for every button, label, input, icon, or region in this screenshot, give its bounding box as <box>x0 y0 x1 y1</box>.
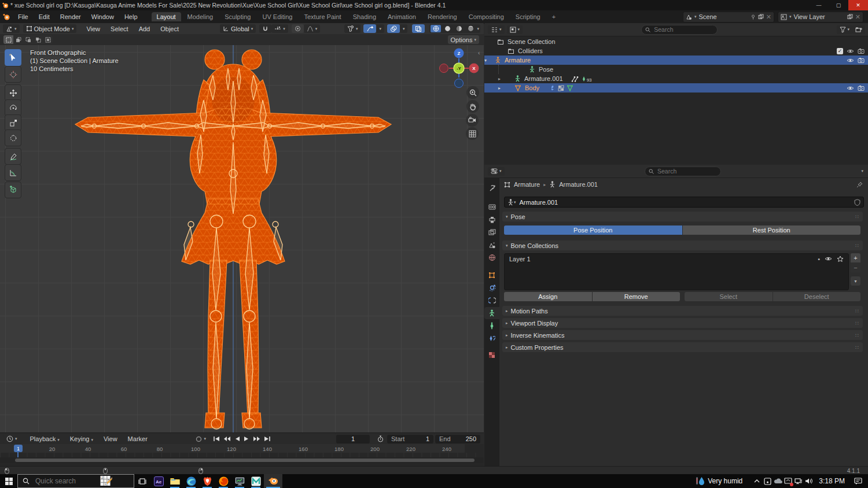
tab-output[interactable] <box>484 213 499 225</box>
blender-menu-icon[interactable] <box>0 13 13 21</box>
menu-render[interactable]: Render <box>55 13 86 20</box>
add-bone-collection-button[interactable]: + <box>851 253 860 263</box>
camera-view-icon[interactable] <box>466 114 479 127</box>
tool-annotate[interactable] <box>5 148 21 165</box>
new-collection-button[interactable] <box>852 25 865 34</box>
bone-collections-panel-header[interactable]: ▾ Bone Collections ∷ <box>502 241 863 250</box>
shading-dropdown[interactable]: ▾ <box>477 27 479 31</box>
viewport-menu-object[interactable]: Object <box>155 25 184 32</box>
outliner-row-colliders[interactable]: Colliders ✓ <box>484 46 868 56</box>
end-frame-field[interactable]: End250 <box>435 435 480 443</box>
shading-material-button[interactable] <box>454 25 464 32</box>
bone-collection-row[interactable]: Layer 1 • <box>505 254 848 264</box>
outliner-display-mode[interactable]: ▾ <box>507 25 523 34</box>
tab-bone-constraints[interactable] <box>484 332 499 345</box>
taskbar-app-after-effects[interactable]: Ae <box>150 474 167 488</box>
auto-key-dropdown[interactable]: ▾ <box>204 437 206 441</box>
menu-file[interactable]: File <box>13 13 34 20</box>
workspace-tab-sculpting[interactable]: Sculpting <box>219 12 256 21</box>
add-workspace-button[interactable]: + <box>547 12 561 21</box>
fake-user-shield-icon[interactable] <box>854 199 860 206</box>
network-icon[interactable] <box>793 476 804 486</box>
copy-icon[interactable] <box>758 14 764 20</box>
outliner-row-scene-collection[interactable]: Scene Collection <box>484 37 868 46</box>
tool-measure[interactable] <box>5 164 21 181</box>
exclude-checkbox[interactable]: ✓ <box>837 48 843 54</box>
overlays-toggle[interactable] <box>387 24 400 33</box>
play-reverse-button[interactable] <box>234 436 240 442</box>
tab-texture[interactable] <box>484 349 499 361</box>
use-preview-range-icon[interactable] <box>376 435 385 442</box>
tool-transform[interactable] <box>5 130 21 146</box>
timeline-menu-view[interactable]: View <box>98 435 123 442</box>
outliner-search[interactable] <box>641 25 718 35</box>
mode-selector[interactable]: Object Mode ▾ <box>23 24 77 33</box>
unlink-icon[interactable]: ✕ <box>766 13 771 21</box>
copy-icon[interactable] <box>847 14 853 20</box>
properties-search[interactable] <box>645 167 721 176</box>
tab-object[interactable] <box>484 269 499 281</box>
hide-eye-icon[interactable] <box>847 48 854 54</box>
snap-toggle[interactable] <box>259 24 271 33</box>
tab-tool[interactable] <box>484 182 499 194</box>
screen-share-icon[interactable] <box>783 476 793 486</box>
close-button[interactable]: ✕ <box>848 0 868 10</box>
next-keyframe-button[interactable] <box>253 436 260 442</box>
properties-options-dropdown[interactable]: ▾ <box>861 169 863 173</box>
workspace-tab-compositing[interactable]: Compositing <box>464 12 509 21</box>
taskbar-app-edge[interactable] <box>183 474 199 488</box>
pose-panel-header[interactable]: ▾ Pose ∷ <box>502 212 863 221</box>
gizmos-dropdown[interactable]: ▾ <box>376 24 384 33</box>
prev-keyframe-button[interactable] <box>223 436 231 442</box>
outliner-row-armature[interactable]: ▾ Armature <box>484 56 868 65</box>
shading-rendered-button[interactable] <box>465 25 476 32</box>
crumb-data[interactable]: Armature.001 <box>559 181 598 188</box>
viewport-menu-add[interactable]: Add <box>134 25 156 32</box>
tab-view-layer[interactable] <box>484 226 499 238</box>
auto-key-toggle[interactable] <box>193 436 204 442</box>
tab-bone[interactable] <box>484 320 499 332</box>
workspace-tab-shading[interactable]: Shading <box>348 12 381 21</box>
tab-object-data-active[interactable] <box>484 307 499 319</box>
taskbar-app-firefox[interactable] <box>215 474 231 488</box>
tool-cursor[interactable] <box>5 66 21 83</box>
assign-button[interactable]: Assign <box>504 292 592 301</box>
hide-eye-icon[interactable] <box>847 57 854 64</box>
timeline-menu-marker[interactable]: Marker <box>123 435 153 442</box>
rest-position-button[interactable]: Rest Position <box>683 225 861 235</box>
viewport-menu-select[interactable]: Select <box>105 25 134 32</box>
datablock-name[interactable]: Armature.001 <box>520 199 558 206</box>
onedrive-cloud-icon[interactable] <box>773 476 783 486</box>
tool-scale[interactable] <box>5 114 21 131</box>
tool-select-box[interactable] <box>5 49 21 66</box>
menu-edit[interactable]: Edit <box>34 13 55 20</box>
viewport-display-panel[interactable]: ▸Viewport Display ∷ <box>502 318 863 328</box>
editor-type-button[interactable]: ▾ <box>3 24 20 33</box>
workspace-tab-scripting[interactable]: Scripting <box>510 12 546 21</box>
snap-settings[interactable]: ▾ <box>271 24 288 33</box>
pin-icon[interactable] <box>856 182 863 188</box>
menu-help[interactable]: Help <box>119 13 143 20</box>
taskbar-app-monitor[interactable] <box>231 474 248 488</box>
remove-button[interactable]: Remove <box>593 292 681 301</box>
view-layer-selector[interactable]: ▾ View Layer ✕ <box>778 12 863 23</box>
timeline-menu-playback[interactable]: Playback ▾ <box>25 435 65 442</box>
proportional-editing-toggle[interactable] <box>292 24 304 33</box>
workspace-tab-uv-editing[interactable]: UV Editing <box>257 12 297 21</box>
viewport-canvas[interactable]: Front Orthographic (1) Scene Collection … <box>0 45 484 432</box>
solo-dot-icon[interactable]: • <box>818 256 820 263</box>
sidebar-toggle-chevron[interactable]: ‹ <box>478 50 480 56</box>
properties-type-button[interactable]: ▾ <box>488 167 505 176</box>
custom-properties-panel[interactable]: ▸Custom Properties ∷ <box>502 342 863 352</box>
start-frame-field[interactable]: Start1 <box>387 435 433 443</box>
visibility-eye-icon[interactable] <box>825 256 832 262</box>
jump-to-end-button[interactable] <box>264 436 271 442</box>
shading-solid-button[interactable] <box>442 25 453 32</box>
deselect-button[interactable]: Deselect <box>773 292 861 301</box>
tool-move[interactable] <box>5 84 21 101</box>
render-camera-icon[interactable] <box>858 57 865 63</box>
current-frame-field[interactable]: 1 <box>336 435 370 443</box>
motion-paths-panel[interactable]: ▸Motion Paths ∷ <box>502 306 863 316</box>
render-camera-icon[interactable] <box>858 48 865 54</box>
select-mode-new-button[interactable] <box>3 35 13 44</box>
